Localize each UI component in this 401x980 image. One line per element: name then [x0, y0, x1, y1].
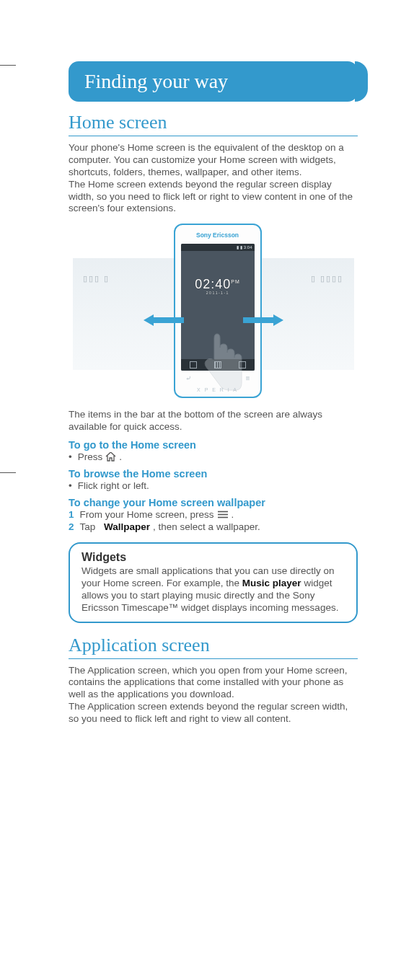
clock-time: 02:40 — [195, 277, 231, 291]
step-number: 1 — [69, 509, 74, 520]
chapter-header: Finding your way — [69, 61, 358, 102]
clock-widget: 02:40PM 2011-1-1 — [181, 277, 255, 295]
bottom-bar-note: The items in the bar at the bottom of th… — [69, 409, 358, 433]
status-time: 3:04 — [244, 245, 252, 250]
callout-strong: Music player — [242, 578, 301, 588]
step-suffix: . — [232, 509, 234, 520]
chapter-title: Finding your way — [84, 70, 228, 92]
howto-step: Press . — [69, 451, 358, 462]
arrow-left-icon — [144, 314, 184, 326]
callout-widgets: Widgets Widgets are small applications t… — [69, 542, 358, 623]
signal-icon: ▮ ▮ — [237, 245, 243, 250]
section-heading-home: Home screen — [69, 112, 358, 136]
step-text: Tap — [80, 521, 96, 532]
pane-indicator-right: ▯ ▯▯▯▯ — [311, 274, 343, 283]
section-apps-para: The Application screen, which you open f… — [69, 665, 358, 725]
step-suffix: . — [119, 451, 122, 462]
step-text: Flick right or left. — [78, 480, 149, 491]
home-icon — [105, 452, 116, 462]
howto-title-goto: To go to the Home screen — [69, 439, 358, 451]
howto-step: Flick right or left. — [69, 480, 358, 491]
section-intro: Your phone's Home screen is the equivale… — [69, 142, 358, 215]
document-page: Finding your way Home screen Your phone'… — [0, 0, 401, 760]
crop-tick — [0, 472, 16, 473]
howto-step-2: 2 Tap Wallpaper , then select a wallpape… — [69, 521, 358, 532]
menu-icon — [217, 511, 229, 518]
svg-marker-1 — [243, 314, 283, 326]
hand-gesture-icon — [195, 327, 246, 392]
clock-ampm: PM — [231, 279, 240, 284]
step-number: 2 — [69, 521, 74, 532]
pane-indicator-left: ▯▯▯ ▯ — [83, 274, 110, 283]
howto-step-1: 1 From your Home screen, press . — [69, 509, 358, 520]
status-bar: ▮ ▮ 3:04 — [181, 244, 255, 251]
howto-title-browse: To browse the Home screen — [69, 468, 358, 480]
menu-icon: ≡ — [246, 374, 250, 382]
illustration-home-flick: ▯▯▯ ▯ ▯▯▯▯ ▯ ▯ ▯▯▯▯ Sony Ericsson ▮ ▮ 3:… — [87, 222, 340, 399]
callout-body: Widgets are small applications that you … — [81, 565, 345, 614]
callout-title: Widgets — [81, 551, 345, 564]
step-suffix: , then select a wallpaper. — [153, 521, 260, 532]
howto-title-wallpaper: To change your Home screen wallpaper — [69, 497, 358, 508]
step-strong: Wallpaper — [104, 521, 150, 532]
step-text: From your Home screen, press — [80, 509, 214, 520]
svg-marker-0 — [144, 314, 184, 326]
arrow-right-icon — [243, 314, 283, 326]
clock-date: 2011-1-1 — [181, 291, 255, 295]
section-heading-apps: Application screen — [69, 635, 358, 659]
phone-brand: Sony Ericsson — [175, 231, 260, 239]
crop-tick — [0, 65, 16, 66]
back-icon: ⤶ — [185, 374, 191, 382]
step-text: Press — [78, 451, 103, 462]
